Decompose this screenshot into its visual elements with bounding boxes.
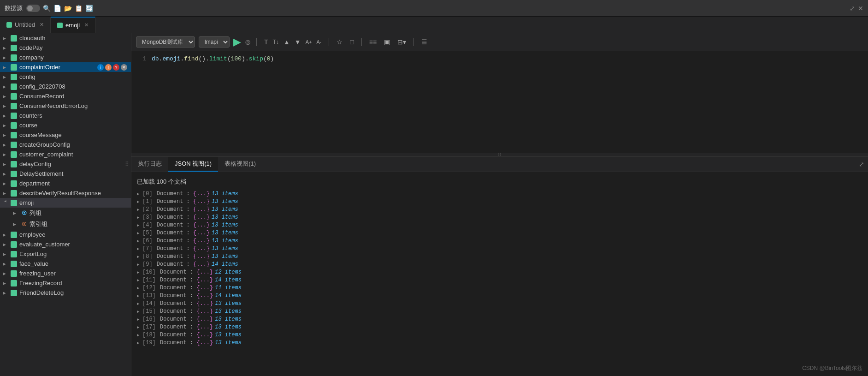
sidebar-item-emoji-indexes[interactable]: ▶⦿索引组 — [0, 219, 131, 230]
doc-arrow-2[interactable]: ▶ — [137, 207, 142, 212]
doc-arrow-11[interactable]: ▶ — [137, 278, 142, 283]
maximize-icon[interactable]: ⤢ — [850, 5, 855, 12]
format-Tdown-icon[interactable]: T↓ — [271, 38, 281, 46]
sidebar-item-emoji-columns[interactable]: ▶⦿列组 — [0, 208, 131, 219]
format-down-icon[interactable]: ▼ — [293, 37, 303, 47]
sidebar-item-employee[interactable]: ▶employee — [0, 230, 131, 239]
doc-arrow-1[interactable]: ▶ — [137, 199, 142, 204]
doc-arrow-12[interactable]: ▶ — [137, 286, 142, 291]
sidebar-item-DelaySettlement[interactable]: ▶DelaySettlement — [0, 169, 131, 179]
doc-arrow-7[interactable]: ▶ — [137, 246, 142, 251]
badge-![interactable]: ! — [105, 64, 112, 71]
doc-arrow-10[interactable]: ▶ — [137, 270, 142, 275]
document-row-5[interactable]: ▶[5] Document : {...}13 items — [137, 229, 862, 237]
bookmark-icon[interactable]: ☆ — [335, 37, 344, 47]
sidebar-item-complaintOrder[interactable]: ▶complaintOrderi!?✕ — [0, 62, 131, 72]
sidebar-item-courseMessage[interactable]: ▶courseMessage — [0, 130, 131, 140]
copy-icon[interactable]: 📋 — [75, 5, 83, 12]
copy2-icon[interactable]: □ — [348, 37, 355, 47]
document-row-19[interactable]: ▶[19] Document : {...}13 items — [137, 339, 862, 346]
document-row-18[interactable]: ▶[18] Document : {...}13 items — [137, 331, 862, 339]
doc-arrow-8[interactable]: ▶ — [137, 254, 142, 259]
toggle-switch[interactable] — [26, 5, 40, 12]
collection-select[interactable]: lmapi — [199, 36, 230, 48]
document-row-0[interactable]: ▶[0] Document : {...}13 items — [137, 190, 862, 197]
badge-?[interactable]: ? — [113, 64, 119, 71]
document-row-7[interactable]: ▶[7] Document : {...}13 items — [137, 245, 862, 252]
stop-button[interactable]: ⊚ — [245, 38, 251, 47]
document-row-11[interactable]: ▶[11] Document : {...}14 items — [137, 276, 862, 284]
document-row-16[interactable]: ▶[16] Document : {...}13 items — [137, 315, 862, 323]
sidebar-item-counters[interactable]: ▶counters — [0, 111, 131, 120]
sidebar-item-cloudauth[interactable]: ▶cloudauth — [0, 33, 131, 43]
doc-arrow-3[interactable]: ▶ — [137, 215, 142, 220]
doc-arrow-15[interactable]: ▶ — [137, 309, 142, 314]
export-icon[interactable]: ≡≡ — [367, 37, 378, 47]
document-row-6[interactable]: ▶[6] Document : {...}13 items — [137, 237, 862, 245]
doc-arrow-9[interactable]: ▶ — [137, 262, 142, 267]
sidebar-item-evaluate_customer[interactable]: ▶evaluate_customer — [0, 239, 131, 249]
sidebar-item-customer_complaint[interactable]: ▶customer_complaint — [0, 149, 131, 159]
badge-i[interactable]: i — [97, 64, 104, 71]
format-T-icon[interactable]: T — [262, 37, 270, 47]
run-button[interactable]: ▶ — [233, 36, 241, 48]
document-row-9[interactable]: ▶[9] Document : {...}14 items — [137, 260, 862, 268]
folder2-icon[interactable]: ▣ — [382, 37, 392, 47]
sidebar-item-config[interactable]: ▶config — [0, 72, 131, 82]
tab-emoji[interactable]: emoji ✕ — [51, 17, 95, 33]
result-expand-icon[interactable]: ⤢ — [855, 159, 868, 170]
sidebar-item-ConsumeRecord[interactable]: ▶ConsumeRecord — [0, 91, 131, 101]
sidebar-item-course[interactable]: ▶course — [0, 120, 131, 130]
sidebar-item-describeVerifyResultResponse[interactable]: ▶describeVerifyResultResponse — [0, 188, 131, 198]
sidebar-item-config_20220708[interactable]: ▶config_20220708 — [0, 82, 131, 91]
document-row-8[interactable]: ▶[8] Document : {...}13 items — [137, 252, 862, 260]
sidebar-item-company[interactable]: ▶company — [0, 53, 131, 62]
doc-arrow-14[interactable]: ▶ — [137, 301, 142, 306]
script-icon[interactable]: ☰ — [419, 37, 429, 47]
doc-arrow-18[interactable]: ▶ — [137, 333, 142, 338]
badge-x[interactable]: ✕ — [121, 64, 127, 71]
tab-untitled[interactable]: Untitled ✕ — [0, 17, 51, 33]
sidebar-item-codePay[interactable]: ▶codePay — [0, 43, 131, 53]
doc-arrow-17[interactable]: ▶ — [137, 325, 142, 330]
sidebar-item-face_value[interactable]: ▶face_value — [0, 259, 131, 269]
doc-arrow-5[interactable]: ▶ — [137, 231, 142, 236]
close-icon[interactable]: ✕ — [858, 5, 863, 12]
document-row-17[interactable]: ▶[17] Document : {...}13 items — [137, 323, 862, 331]
tab-exec-log[interactable]: 执行日志 — [131, 157, 168, 172]
results-content[interactable]: 已加载 100 个文档 ▶[0] Document : {...}13 item… — [131, 172, 868, 376]
font-size-up-icon[interactable]: A+ — [304, 38, 314, 46]
tab-untitled-close[interactable]: ✕ — [40, 22, 44, 28]
doc-arrow-4[interactable]: ▶ — [137, 223, 142, 228]
folder-open-icon[interactable]: 📂 — [64, 5, 72, 12]
file-icon[interactable]: 📄 — [53, 5, 61, 12]
sidebar-item-FreezingRecord[interactable]: ▶FreezingRecord — [0, 278, 131, 288]
save-icon[interactable]: ⊟▾ — [396, 37, 408, 47]
sidebar-item-ExportLog[interactable]: ▶ExportLog — [0, 249, 131, 259]
document-row-3[interactable]: ▶[3] Document : {...}13 items — [137, 213, 862, 221]
document-row-12[interactable]: ▶[12] Document : {...}11 items — [137, 284, 862, 292]
font-size-down-icon[interactable]: A- — [314, 38, 323, 46]
tab-table-view[interactable]: 表格视图(1) — [218, 157, 262, 172]
refresh-icon[interactable]: 🔄 — [85, 5, 93, 12]
sidebar-item-department[interactable]: ▶department — [0, 179, 131, 188]
sidebar-item-FriendDeleteLog[interactable]: ▶FriendDeleteLog — [0, 288, 131, 298]
doc-arrow-6[interactable]: ▶ — [137, 239, 142, 244]
resize-handle[interactable]: ⠿ — [131, 153, 868, 156]
document-row-2[interactable]: ▶[2] Document : {...}13 items — [137, 205, 862, 213]
doc-arrow-16[interactable]: ▶ — [137, 317, 142, 322]
doc-arrow-0[interactable]: ▶ — [137, 191, 142, 197]
sidebar-item-freezing_user[interactable]: ▶freezing_user — [0, 269, 131, 278]
document-row-13[interactable]: ▶[13] Document : {...}14 items — [137, 292, 862, 299]
search-icon[interactable]: 🔍 — [43, 5, 51, 12]
sidebar-item-createGroupConfig[interactable]: ▶createGroupConfig — [0, 140, 131, 149]
doc-arrow-19[interactable]: ▶ — [137, 340, 142, 346]
db-select[interactable]: MongoDB测试库 — [136, 36, 195, 48]
document-row-10[interactable]: ▶[10] Document : {...}12 items — [137, 268, 862, 276]
tab-json-view[interactable]: JSON 视图(1) — [168, 157, 218, 172]
document-row-14[interactable]: ▶[14] Document : {...}13 items — [137, 299, 862, 307]
document-row-1[interactable]: ▶[1] Document : {...}13 items — [137, 197, 862, 205]
format-up-icon[interactable]: ▲ — [282, 37, 292, 47]
doc-arrow-13[interactable]: ▶ — [137, 293, 142, 298]
tab-emoji-close[interactable]: ✕ — [84, 22, 89, 28]
